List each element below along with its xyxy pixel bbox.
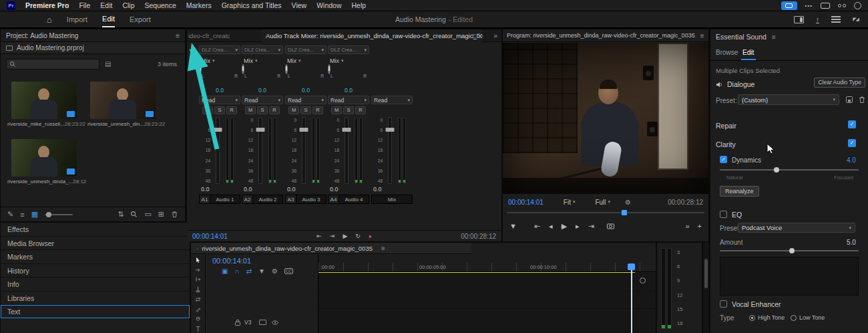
automation-mode[interactable]: Read▾: [285, 96, 327, 104]
clip-thumbnail[interactable]: [11, 82, 77, 119]
go-to-in-icon[interactable]: ⇤: [534, 222, 540, 231]
track-label[interactable]: A4Audio 4: [328, 195, 369, 204]
panel-menu-icon[interactable]: ≡: [381, 245, 385, 252]
insert-effect-slot[interactable]: DLZ Crea...▾: [328, 45, 369, 54]
menu-markers[interactable]: Markers: [186, 1, 212, 9]
sidebar-item-info[interactable]: Info: [1, 278, 190, 292]
timeline-playhead[interactable]: [628, 263, 635, 270]
project-bin-row[interactable]: Audio Mastering.prproj: [1, 42, 185, 54]
record-arm-button[interactable]: R: [269, 106, 280, 114]
track-label[interactable]: A2Audio 2: [242, 195, 283, 204]
go-to-out-icon[interactable]: ⇥: [330, 233, 335, 239]
filter-icon[interactable]: ▤: [105, 60, 111, 68]
output-assignment[interactable]: Mix▾: [242, 56, 283, 65]
automation-mode[interactable]: Read▾: [371, 96, 413, 104]
track-lock-icon[interactable]: [234, 318, 242, 326]
razor-tool[interactable]: [194, 286, 202, 293]
scrollbar-thumb[interactable]: [704, 259, 708, 288]
automation-mode[interactable]: Read▾: [242, 96, 283, 104]
solo-button[interactable]: S: [343, 106, 354, 114]
menubar-ellipsis-icon[interactable]: •••: [805, 3, 813, 9]
track-select-tool[interactable]: [194, 267, 202, 273]
save-preset-icon[interactable]: [845, 96, 853, 104]
amount-slider[interactable]: [720, 250, 859, 251]
record-arm-button[interactable]: R: [355, 106, 366, 114]
automation-mode[interactable]: Read▾: [199, 96, 240, 104]
clarity-section-label[interactable]: Clarity: [716, 140, 736, 148]
slip-tool[interactable]: [194, 296, 202, 303]
ripple-edit-tool[interactable]: [194, 276, 202, 283]
record-arm-button[interactable]: R: [312, 106, 323, 114]
pan-value[interactable]: 0.0: [199, 87, 240, 94]
menu-help[interactable]: Help: [352, 1, 367, 9]
track-visibility-icon[interactable]: [271, 319, 279, 326]
tab-browse[interactable]: Browse: [716, 49, 738, 56]
selection-tool[interactable]: [194, 257, 202, 263]
search-box[interactable]: [6, 59, 99, 70]
menu-sequence[interactable]: Sequence: [144, 1, 176, 9]
panel-menu-icon[interactable]: ≡: [700, 32, 704, 39]
play-icon[interactable]: ▶: [343, 233, 347, 239]
menu-file[interactable]: File: [79, 1, 90, 9]
level-value[interactable]: 0.0: [199, 186, 240, 193]
collapse-arrow-icon[interactable]: ▸: [190, 47, 192, 53]
menu-graphics-and-titles[interactable]: Graphics and Titles: [222, 1, 282, 9]
timeline-settings-icon[interactable]: ⚙: [272, 267, 278, 275]
type-tool[interactable]: T: [196, 326, 200, 333]
sidebar-item-text[interactable]: Text: [1, 305, 190, 319]
clip-thumbnail[interactable]: [11, 139, 77, 177]
output-assignment[interactable]: Mix▾: [328, 56, 369, 65]
pan-knob[interactable]: [328, 64, 331, 74]
mute-button[interactable]: M: [288, 106, 299, 114]
volume-fader[interactable]: [384, 117, 396, 184]
hand-tool[interactable]: [194, 316, 202, 322]
menu-view[interactable]: View: [292, 1, 307, 9]
tab-export[interactable]: Export: [130, 12, 151, 27]
track-label[interactable]: A3Audio 3: [285, 195, 327, 204]
level-value[interactable]: 0.0: [328, 186, 369, 193]
tab-partial-right[interactable]: Effe: [472, 29, 485, 42]
mute-button[interactable]: M: [202, 106, 213, 114]
repair-section-label[interactable]: Repair: [716, 122, 736, 130]
find-icon[interactable]: [130, 211, 138, 218]
sidebar-item-effects[interactable]: Effects: [1, 223, 190, 237]
timeline-timecode[interactable]: 00:00:14:01: [212, 257, 251, 265]
eq-checkbox[interactable]: [720, 211, 727, 218]
sidebar-item-libraries[interactable]: Libraries: [1, 292, 190, 306]
tab-partial-left[interactable]: ideo-cfr_creator_magic_0035: [188, 29, 230, 42]
program-monitor-title[interactable]: Program: riverside_unmesh_dinda_raw-vide…: [507, 32, 695, 39]
solo-button[interactable]: S: [257, 106, 268, 114]
snap-toggle-icon[interactable]: ∩: [234, 267, 239, 275]
solo-button[interactable]: S: [214, 106, 225, 114]
record-arm-button[interactable]: R: [226, 106, 237, 114]
play-icon[interactable]: ▶: [562, 222, 567, 231]
scrubber-playhead[interactable]: [622, 210, 627, 215]
step-forward-icon[interactable]: ▸: [576, 222, 580, 231]
panel-layout-icon[interactable]: [794, 16, 804, 23]
menubar-status-button[interactable]: [781, 1, 797, 10]
low-tone-radio[interactable]: [791, 315, 797, 321]
menu-window[interactable]: Window: [316, 1, 341, 9]
nest-toggle-icon[interactable]: ▣: [222, 267, 228, 275]
menubar-clock-icon[interactable]: [854, 2, 861, 9]
go-to-in-icon[interactable]: ⇤: [316, 233, 322, 239]
mute-button[interactable]: M: [331, 106, 342, 114]
record-icon[interactable]: ●: [369, 233, 372, 239]
sidebar-item-media-browser[interactable]: Media Browser: [1, 237, 190, 251]
pan-value[interactable]: 0.0: [328, 87, 369, 94]
pan-knob[interactable]: [242, 64, 244, 74]
home-icon[interactable]: ⌂: [47, 15, 52, 25]
insert-effect-slot[interactable]: DLZ Crea...▾: [242, 45, 283, 54]
eq-preset-dropdown[interactable]: Podcast Voice▾: [738, 223, 855, 233]
pen-tool[interactable]: [194, 306, 202, 313]
sidebar-item-markers[interactable]: Markers: [1, 250, 190, 264]
add-marker-icon[interactable]: ▼: [509, 222, 517, 230]
solo-button[interactable]: S: [300, 106, 311, 114]
more-tabs-icon[interactable]: »: [493, 29, 497, 42]
button-editor-icon[interactable]: +: [698, 222, 702, 230]
dynamics-checkbox[interactable]: ✓: [720, 156, 727, 163]
program-scrubber[interactable]: [507, 210, 704, 215]
source-patch-icon[interactable]: [259, 320, 266, 325]
tab-sequence[interactable]: ◦ riverside_unmesh_dinda_raw-video-cfr_c…: [191, 243, 471, 254]
clip-name-row[interactable]: riverside_mike_russell...28:23:22: [7, 121, 82, 127]
